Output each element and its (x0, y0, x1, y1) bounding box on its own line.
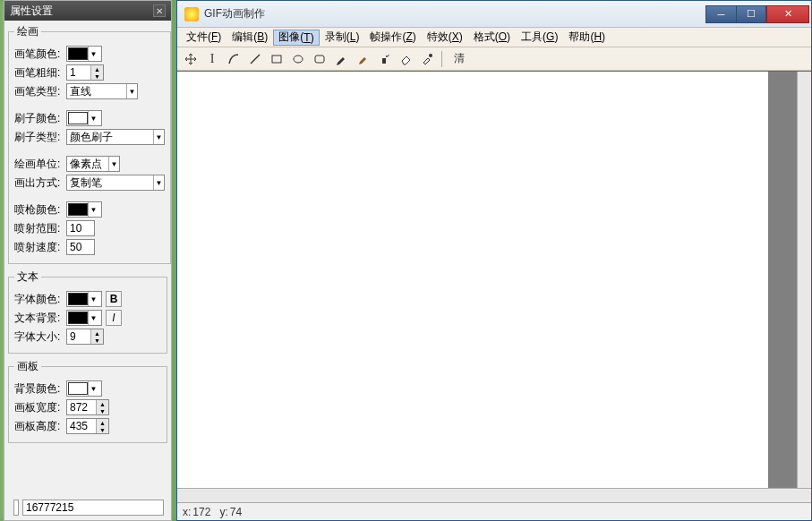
footer-color-box (13, 500, 19, 516)
canvas-height-spinner[interactable]: ▲▼ (66, 418, 109, 434)
clear-button[interactable]: 清 (447, 49, 472, 69)
vertical-scrollbar[interactable] (797, 72, 811, 488)
status-bar: x:172 y:74 (177, 502, 811, 520)
spray-range-input[interactable] (66, 220, 95, 236)
drawing-canvas[interactable] (177, 72, 768, 488)
svg-rect-3 (382, 58, 386, 64)
bg-color-label: 背景颜色: (14, 381, 63, 397)
brush-type-select[interactable]: 颜色刷子 ▼ (66, 129, 165, 145)
footer-value-input[interactable] (22, 500, 164, 516)
svg-point-5 (388, 55, 389, 56)
main-titlebar[interactable]: GIF动画制作 ─ ☐ ✕ (177, 1, 811, 28)
spray-tool-icon[interactable] (374, 49, 394, 69)
brush-color-dropdown[interactable]: ▼ (66, 110, 102, 126)
pencil-tool-icon[interactable] (331, 49, 351, 69)
spin-up-icon[interactable]: ▲ (97, 400, 108, 407)
text-bg-label: 文本背景: (14, 311, 63, 326)
pen-width-spinner[interactable]: ▲▼ (66, 64, 104, 81)
properties-title-text: 属性设置 (10, 4, 53, 19)
spin-down-icon[interactable]: ▼ (91, 337, 103, 344)
eraser-tool-icon[interactable] (396, 49, 415, 69)
menu-h[interactable]: 帮助(H) (563, 28, 611, 47)
section-text-legend: 文本 (14, 269, 41, 285)
font-size-label: 字体大小: (14, 329, 63, 345)
bold-button[interactable]: B (106, 291, 122, 307)
chevron-down-icon: ▼ (153, 130, 164, 144)
pen-color-dropdown[interactable]: ▼ (66, 46, 102, 62)
font-size-input[interactable] (67, 329, 90, 344)
spin-up-icon[interactable]: ▲ (91, 65, 103, 73)
chevron-down-icon: ▼ (126, 84, 137, 98)
ellipse-tool-icon[interactable] (288, 49, 308, 69)
menu-g[interactable]: 工具(G) (516, 28, 563, 47)
svg-point-1 (294, 56, 303, 63)
canvas-width-input[interactable] (67, 400, 96, 414)
spray-color-label: 喷枪颜色: (14, 202, 63, 218)
chevron-down-icon: ▼ (88, 292, 98, 306)
section-text: 文本 字体颜色: ▼ B 文本背景: ▼ I 字体大小: (8, 269, 167, 354)
status-x-value: 172 (192, 506, 210, 518)
status-y-value: 74 (230, 506, 242, 518)
canvas-area (177, 71, 811, 488)
pen-width-input[interactable] (67, 65, 90, 80)
horizontal-scrollbar[interactable] (177, 488, 811, 502)
spin-down-icon[interactable]: ▼ (91, 73, 103, 80)
chevron-down-icon: ▼ (88, 111, 98, 125)
pen-width-label: 画笔粗细: (14, 65, 63, 81)
text-bg-dropdown[interactable]: ▼ (66, 310, 102, 326)
pen-type-select[interactable]: 直线 ▼ (66, 83, 138, 99)
unit-label: 绘画单位: (14, 157, 63, 172)
svg-rect-0 (272, 56, 281, 63)
spin-down-icon[interactable]: ▼ (97, 407, 108, 414)
pen-type-label: 画笔类型: (14, 84, 63, 99)
menu-t[interactable]: 图像(T) (273, 30, 319, 46)
eyedropper-tool-icon[interactable] (417, 49, 437, 69)
window-close-button[interactable]: ✕ (766, 5, 809, 23)
toolbar: I 清 (177, 47, 811, 71)
draw-mode-label: 画出方式: (14, 175, 63, 191)
unit-select[interactable]: 像素点 ▼ (66, 156, 120, 172)
spin-up-icon[interactable]: ▲ (97, 419, 108, 426)
spin-down-icon[interactable]: ▼ (97, 426, 108, 433)
menu-f[interactable]: 文件(F) (181, 28, 227, 47)
spray-range-label: 喷射范围: (14, 221, 63, 236)
spray-speed-input[interactable] (66, 239, 95, 255)
status-x-label: x: (183, 506, 191, 518)
main-window: GIF动画制作 ─ ☐ ✕ 文件(F)编辑(B)图像(T)录制(L)帧操作(Z)… (176, 0, 812, 521)
bg-color-dropdown[interactable]: ▼ (66, 380, 102, 397)
properties-close-button[interactable]: ✕ (153, 4, 166, 17)
curve-tool-icon[interactable] (224, 49, 244, 69)
main-title-text: GIF动画制作 (204, 6, 705, 21)
menu-z[interactable]: 帧操作(Z) (364, 28, 421, 47)
draw-mode-select[interactable]: 复制笔 ▼ (66, 175, 165, 191)
menu-o[interactable]: 格式(O) (468, 28, 516, 47)
font-color-swatch (68, 293, 88, 305)
canvas-height-input[interactable] (67, 419, 96, 433)
text-bg-swatch (68, 312, 88, 324)
chevron-down-icon: ▼ (88, 381, 98, 396)
properties-titlebar[interactable]: 属性设置 ✕ (4, 1, 171, 21)
text-tool-icon[interactable]: I (202, 49, 222, 69)
menu-l[interactable]: 录制(L) (320, 28, 365, 47)
toolbar-separator (441, 51, 442, 67)
italic-button[interactable]: I (106, 310, 122, 326)
font-color-dropdown[interactable]: ▼ (66, 291, 102, 307)
minimize-button[interactable]: ─ (705, 5, 736, 23)
brush-tool-icon[interactable] (353, 49, 372, 69)
rect-tool-icon[interactable] (267, 49, 286, 69)
spray-color-dropdown[interactable]: ▼ (66, 201, 102, 218)
menu-b[interactable]: 编辑(B) (227, 28, 273, 47)
menu-x[interactable]: 特效(X) (422, 28, 468, 47)
spray-color-swatch (68, 203, 88, 216)
font-size-spinner[interactable]: ▲▼ (66, 329, 104, 345)
maximize-button[interactable]: ☐ (736, 5, 766, 23)
chevron-down-icon: ▼ (108, 157, 119, 171)
chevron-down-icon: ▼ (88, 311, 98, 325)
spin-up-icon[interactable]: ▲ (91, 329, 103, 337)
roundrect-tool-icon[interactable] (310, 49, 329, 69)
spray-speed-label: 喷射速度: (14, 240, 63, 255)
menu-bar: 文件(F)编辑(B)图像(T)录制(L)帧操作(Z)特效(X)格式(O)工具(G… (177, 28, 811, 47)
move-tool-icon[interactable] (181, 49, 201, 69)
line-tool-icon[interactable] (245, 49, 265, 69)
canvas-width-spinner[interactable]: ▲▼ (66, 399, 109, 415)
